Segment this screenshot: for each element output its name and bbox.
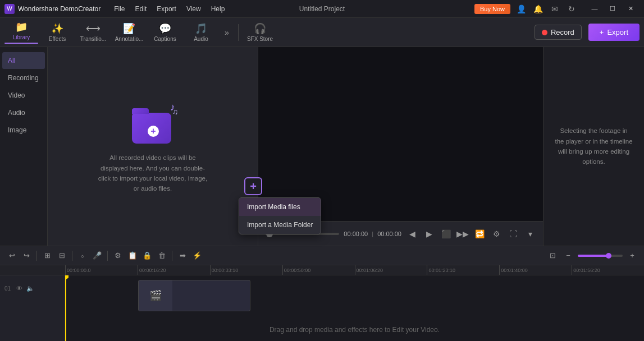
sidebar-content: ♪ ♫ + All recorded video clips will be d… bbox=[48, 47, 258, 246]
zoom-slider[interactable] bbox=[578, 255, 623, 257]
record-label: Record bbox=[551, 28, 574, 36]
main-area: All Recording Video Audio Image ♪ ♫ + Al… bbox=[0, 47, 644, 246]
cat-video[interactable]: Video bbox=[2, 87, 45, 104]
time-separator: | bbox=[372, 231, 373, 237]
library-label: Library bbox=[13, 34, 30, 40]
right-panel: Selecting the footage in the player or i… bbox=[543, 47, 644, 246]
time-display: 00:00:00 | 00:00:00 bbox=[344, 231, 401, 237]
menu-file[interactable]: File bbox=[109, 4, 129, 14]
main-toolbar: 📁 Library ✨ Effects ⟷ Transitio... 📝 Ann… bbox=[0, 18, 644, 47]
preview-canvas[interactable] bbox=[258, 47, 543, 221]
timeline-ruler: 00:00:00.0 00:00:16:20 00:00:33:10 00:00… bbox=[0, 265, 644, 275]
timeline-tracks[interactable]: 🎬 Drag and drop media and effects here t… bbox=[65, 275, 644, 341]
fit-button[interactable]: ⊡ bbox=[546, 250, 559, 262]
menu-bar: File Edit Export View Help bbox=[109, 4, 229, 14]
play-button[interactable]: ▶ bbox=[423, 228, 435, 240]
toolbar-library[interactable]: 📁 Library bbox=[4, 20, 38, 45]
snap-button[interactable]: ⚡ bbox=[191, 250, 203, 262]
track-number: 01 bbox=[4, 285, 12, 292]
export-button[interactable]: + Export bbox=[588, 24, 640, 41]
account-icon[interactable]: 👤 bbox=[515, 3, 527, 15]
settings-tl-button[interactable]: ⚙ bbox=[112, 250, 124, 262]
clipboard-button[interactable]: 📋 bbox=[126, 250, 139, 262]
export-plus-icon: + bbox=[600, 28, 604, 36]
fullscreen-button[interactable]: ⛶ bbox=[507, 228, 519, 240]
menu-help[interactable]: Help bbox=[207, 4, 230, 14]
zoom-out-button[interactable]: − bbox=[562, 250, 574, 262]
cat-all[interactable]: All bbox=[2, 52, 45, 69]
toolbar-sfx-store[interactable]: 🎧 SFX Store bbox=[243, 20, 277, 45]
ruler-mark-2: 00:00:33:10 bbox=[210, 265, 282, 275]
zoom-in-button[interactable]: + bbox=[626, 250, 638, 262]
folder-plus-icon: + bbox=[148, 126, 159, 137]
cat-recording[interactable]: Recording bbox=[2, 70, 45, 86]
timeline-tracks-sidebar: 01 👁 🔈 bbox=[0, 275, 65, 341]
menu-view[interactable]: View bbox=[182, 4, 205, 14]
cat-image[interactable]: Image bbox=[2, 122, 45, 139]
zoom-controls: ⊡ − + bbox=[546, 250, 638, 262]
minimize-button[interactable]: — bbox=[586, 3, 604, 15]
toolbar-audio[interactable]: 🎵 Audio bbox=[184, 20, 218, 45]
track-eye-icon[interactable]: 👁 bbox=[15, 284, 24, 293]
marker-button[interactable]: ⬦ bbox=[76, 250, 89, 262]
effects-label: Effects bbox=[49, 36, 66, 42]
captions-label: Captions bbox=[154, 36, 176, 42]
dropdown-button[interactable]: ▾ bbox=[524, 228, 536, 240]
voice-button[interactable]: 🎤 bbox=[91, 250, 103, 262]
sfx-icon: 🎧 bbox=[254, 22, 266, 35]
stop-button[interactable]: ⬛ bbox=[440, 228, 452, 240]
menu-edit[interactable]: Edit bbox=[131, 4, 152, 14]
effects-icon: ✨ bbox=[51, 22, 63, 35]
app-logo: W Wondershare DemoCreator bbox=[4, 4, 101, 14]
record-button[interactable]: Record bbox=[535, 25, 582, 40]
arrow-button[interactable]: ➡ bbox=[176, 250, 189, 262]
undo-button[interactable]: ↩ bbox=[6, 250, 18, 262]
total-time: 00:00:00 bbox=[377, 231, 401, 237]
ruler-mark-1: 00:00:16:20 bbox=[138, 265, 210, 275]
transitions-label: Transitio... bbox=[80, 36, 106, 42]
lock-button[interactable]: 🔒 bbox=[141, 250, 153, 262]
close-button[interactable]: ✕ bbox=[622, 3, 640, 15]
refresh-icon[interactable]: ↻ bbox=[565, 3, 578, 15]
buy-now-button[interactable]: Buy Now bbox=[474, 4, 510, 14]
timeline-clip[interactable]: 🎬 bbox=[138, 280, 250, 311]
timeline-toolbar: ↩ ↪ ⊞ ⊟ ⬦ 🎤 ⚙ 📋 🔒 🗑 ➡ ⚡ ⊡ − + bbox=[0, 246, 644, 265]
toolbar-transitions[interactable]: ⟷ Transitio... bbox=[76, 20, 110, 45]
delete-button[interactable]: ⊟ bbox=[56, 250, 68, 262]
track-mute-icon[interactable]: 🔈 bbox=[26, 284, 35, 293]
trash-button[interactable]: 🗑 bbox=[156, 250, 168, 262]
loop-button[interactable]: 🔁 bbox=[473, 228, 486, 240]
settings-button[interactable]: ⚙ bbox=[490, 228, 503, 240]
toolbar-effects[interactable]: ✨ Effects bbox=[40, 20, 74, 45]
zoom-thumb[interactable] bbox=[606, 253, 611, 259]
playhead[interactable] bbox=[65, 275, 66, 341]
redo-button[interactable]: ↪ bbox=[20, 250, 33, 262]
import-plus-button[interactable]: + bbox=[244, 177, 262, 195]
logo-icon: W bbox=[4, 4, 15, 14]
app-name: Wondershare DemoCreator bbox=[18, 5, 101, 13]
menu-export[interactable]: Export bbox=[152, 4, 181, 14]
ruler-mark-6: 00:01:40:00 bbox=[499, 265, 572, 275]
message-icon[interactable]: ✉ bbox=[549, 3, 561, 15]
export-label: Export bbox=[607, 28, 628, 36]
import-menu: Import Media files Import a Media Folder bbox=[239, 197, 321, 234]
import-illustration: ♪ ♫ + bbox=[127, 99, 178, 144]
cat-audio[interactable]: Audio bbox=[2, 104, 45, 121]
captions-icon: 💬 bbox=[159, 22, 171, 35]
toolbar-annotations[interactable]: 📝 Annotatio... bbox=[112, 20, 146, 45]
import-folder-item[interactable]: Import a Media Folder bbox=[239, 216, 321, 234]
toolbar-captions[interactable]: 💬 Captions bbox=[148, 20, 182, 45]
library-icon: 📁 bbox=[15, 21, 28, 33]
toolbar-more-button[interactable]: » bbox=[220, 20, 234, 45]
left-sidebar: All Recording Video Audio Image ♪ ♫ + Al… bbox=[0, 47, 258, 246]
toolbar-separator bbox=[238, 24, 239, 41]
maximize-button[interactable]: ☐ bbox=[604, 3, 622, 15]
split-button[interactable]: ⊞ bbox=[41, 250, 53, 262]
drag-drop-hint: Drag and drop media and effects here to … bbox=[65, 320, 644, 339]
sfx-label: SFX Store bbox=[247, 36, 273, 42]
prev-frame-button[interactable]: ◀ bbox=[406, 228, 418, 240]
notification-icon[interactable]: 🔔 bbox=[532, 3, 544, 15]
next-frame-button[interactable]: ▶▶ bbox=[456, 228, 469, 240]
import-files-item[interactable]: Import Media files bbox=[239, 198, 321, 216]
ruler-mark-3: 00:00:50:00 bbox=[282, 265, 355, 275]
